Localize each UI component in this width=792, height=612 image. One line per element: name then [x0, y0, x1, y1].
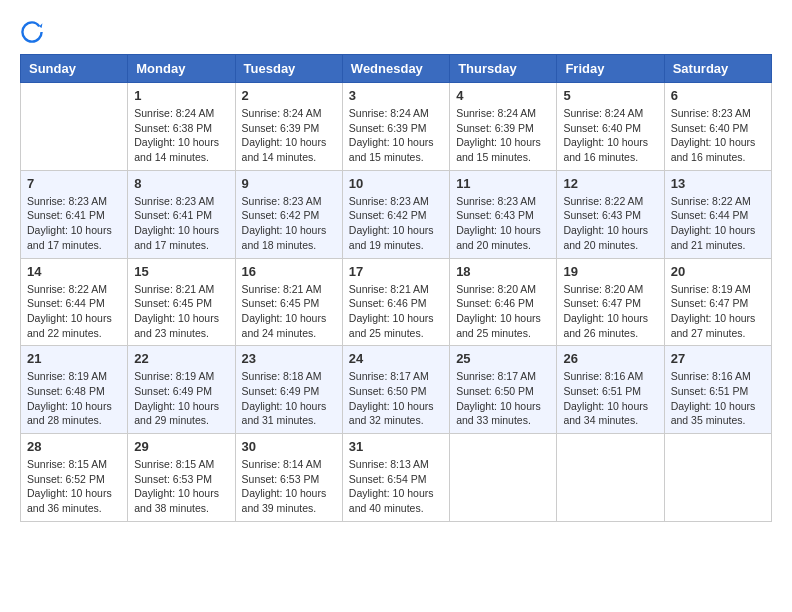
calendar-header-row: SundayMondayTuesdayWednesdayThursdayFrid…	[21, 55, 772, 83]
day-info: Sunrise: 8:23 AM Sunset: 6:40 PM Dayligh…	[671, 106, 765, 165]
day-number: 21	[27, 351, 121, 366]
calendar-week-row: 14Sunrise: 8:22 AM Sunset: 6:44 PM Dayli…	[21, 258, 772, 346]
day-info: Sunrise: 8:17 AM Sunset: 6:50 PM Dayligh…	[456, 369, 550, 428]
calendar-cell: 1Sunrise: 8:24 AM Sunset: 6:38 PM Daylig…	[128, 83, 235, 171]
day-number: 22	[134, 351, 228, 366]
day-info: Sunrise: 8:23 AM Sunset: 6:42 PM Dayligh…	[242, 194, 336, 253]
column-header-friday: Friday	[557, 55, 664, 83]
day-info: Sunrise: 8:23 AM Sunset: 6:41 PM Dayligh…	[134, 194, 228, 253]
day-number: 1	[134, 88, 228, 103]
calendar-cell: 31Sunrise: 8:13 AM Sunset: 6:54 PM Dayli…	[342, 434, 449, 522]
day-number: 29	[134, 439, 228, 454]
day-info: Sunrise: 8:18 AM Sunset: 6:49 PM Dayligh…	[242, 369, 336, 428]
day-info: Sunrise: 8:21 AM Sunset: 6:45 PM Dayligh…	[134, 282, 228, 341]
column-header-thursday: Thursday	[450, 55, 557, 83]
calendar-week-row: 7Sunrise: 8:23 AM Sunset: 6:41 PM Daylig…	[21, 170, 772, 258]
day-info: Sunrise: 8:22 AM Sunset: 6:44 PM Dayligh…	[27, 282, 121, 341]
day-number: 25	[456, 351, 550, 366]
day-number: 7	[27, 176, 121, 191]
day-number: 5	[563, 88, 657, 103]
column-header-sunday: Sunday	[21, 55, 128, 83]
day-info: Sunrise: 8:16 AM Sunset: 6:51 PM Dayligh…	[563, 369, 657, 428]
day-info: Sunrise: 8:17 AM Sunset: 6:50 PM Dayligh…	[349, 369, 443, 428]
day-info: Sunrise: 8:21 AM Sunset: 6:45 PM Dayligh…	[242, 282, 336, 341]
day-number: 23	[242, 351, 336, 366]
day-number: 4	[456, 88, 550, 103]
day-info: Sunrise: 8:15 AM Sunset: 6:53 PM Dayligh…	[134, 457, 228, 516]
day-info: Sunrise: 8:24 AM Sunset: 6:40 PM Dayligh…	[563, 106, 657, 165]
calendar-cell: 21Sunrise: 8:19 AM Sunset: 6:48 PM Dayli…	[21, 346, 128, 434]
day-info: Sunrise: 8:19 AM Sunset: 6:48 PM Dayligh…	[27, 369, 121, 428]
calendar-cell	[557, 434, 664, 522]
column-header-wednesday: Wednesday	[342, 55, 449, 83]
day-number: 28	[27, 439, 121, 454]
calendar-cell: 5Sunrise: 8:24 AM Sunset: 6:40 PM Daylig…	[557, 83, 664, 171]
calendar-cell: 28Sunrise: 8:15 AM Sunset: 6:52 PM Dayli…	[21, 434, 128, 522]
calendar-cell: 23Sunrise: 8:18 AM Sunset: 6:49 PM Dayli…	[235, 346, 342, 434]
day-number: 2	[242, 88, 336, 103]
day-number: 13	[671, 176, 765, 191]
calendar-cell: 18Sunrise: 8:20 AM Sunset: 6:46 PM Dayli…	[450, 258, 557, 346]
calendar-cell: 9Sunrise: 8:23 AM Sunset: 6:42 PM Daylig…	[235, 170, 342, 258]
day-number: 6	[671, 88, 765, 103]
calendar-cell: 27Sunrise: 8:16 AM Sunset: 6:51 PM Dayli…	[664, 346, 771, 434]
calendar-cell	[21, 83, 128, 171]
calendar-cell: 20Sunrise: 8:19 AM Sunset: 6:47 PM Dayli…	[664, 258, 771, 346]
calendar-cell: 25Sunrise: 8:17 AM Sunset: 6:50 PM Dayli…	[450, 346, 557, 434]
day-info: Sunrise: 8:20 AM Sunset: 6:46 PM Dayligh…	[456, 282, 550, 341]
day-number: 20	[671, 264, 765, 279]
calendar-cell: 2Sunrise: 8:24 AM Sunset: 6:39 PM Daylig…	[235, 83, 342, 171]
calendar-cell: 7Sunrise: 8:23 AM Sunset: 6:41 PM Daylig…	[21, 170, 128, 258]
day-number: 18	[456, 264, 550, 279]
day-number: 27	[671, 351, 765, 366]
calendar-cell: 12Sunrise: 8:22 AM Sunset: 6:43 PM Dayli…	[557, 170, 664, 258]
column-header-tuesday: Tuesday	[235, 55, 342, 83]
day-info: Sunrise: 8:24 AM Sunset: 6:39 PM Dayligh…	[242, 106, 336, 165]
day-info: Sunrise: 8:20 AM Sunset: 6:47 PM Dayligh…	[563, 282, 657, 341]
calendar-cell: 10Sunrise: 8:23 AM Sunset: 6:42 PM Dayli…	[342, 170, 449, 258]
calendar-cell: 29Sunrise: 8:15 AM Sunset: 6:53 PM Dayli…	[128, 434, 235, 522]
day-number: 15	[134, 264, 228, 279]
day-number: 12	[563, 176, 657, 191]
day-info: Sunrise: 8:16 AM Sunset: 6:51 PM Dayligh…	[671, 369, 765, 428]
column-header-saturday: Saturday	[664, 55, 771, 83]
logo	[20, 20, 48, 44]
calendar-cell: 14Sunrise: 8:22 AM Sunset: 6:44 PM Dayli…	[21, 258, 128, 346]
calendar-cell: 24Sunrise: 8:17 AM Sunset: 6:50 PM Dayli…	[342, 346, 449, 434]
day-info: Sunrise: 8:21 AM Sunset: 6:46 PM Dayligh…	[349, 282, 443, 341]
calendar-cell: 4Sunrise: 8:24 AM Sunset: 6:39 PM Daylig…	[450, 83, 557, 171]
calendar-cell: 15Sunrise: 8:21 AM Sunset: 6:45 PM Dayli…	[128, 258, 235, 346]
calendar-table: SundayMondayTuesdayWednesdayThursdayFrid…	[20, 54, 772, 522]
day-info: Sunrise: 8:19 AM Sunset: 6:49 PM Dayligh…	[134, 369, 228, 428]
day-number: 17	[349, 264, 443, 279]
calendar-week-row: 21Sunrise: 8:19 AM Sunset: 6:48 PM Dayli…	[21, 346, 772, 434]
calendar-cell	[450, 434, 557, 522]
day-info: Sunrise: 8:23 AM Sunset: 6:42 PM Dayligh…	[349, 194, 443, 253]
day-number: 31	[349, 439, 443, 454]
day-number: 26	[563, 351, 657, 366]
day-number: 24	[349, 351, 443, 366]
day-number: 30	[242, 439, 336, 454]
calendar-cell: 30Sunrise: 8:14 AM Sunset: 6:53 PM Dayli…	[235, 434, 342, 522]
calendar-week-row: 28Sunrise: 8:15 AM Sunset: 6:52 PM Dayli…	[21, 434, 772, 522]
calendar-cell: 3Sunrise: 8:24 AM Sunset: 6:39 PM Daylig…	[342, 83, 449, 171]
day-info: Sunrise: 8:22 AM Sunset: 6:44 PM Dayligh…	[671, 194, 765, 253]
calendar-cell: 19Sunrise: 8:20 AM Sunset: 6:47 PM Dayli…	[557, 258, 664, 346]
calendar-cell: 6Sunrise: 8:23 AM Sunset: 6:40 PM Daylig…	[664, 83, 771, 171]
day-info: Sunrise: 8:24 AM Sunset: 6:39 PM Dayligh…	[349, 106, 443, 165]
logo-icon	[20, 20, 44, 44]
calendar-cell: 22Sunrise: 8:19 AM Sunset: 6:49 PM Dayli…	[128, 346, 235, 434]
day-number: 14	[27, 264, 121, 279]
day-number: 11	[456, 176, 550, 191]
column-header-monday: Monday	[128, 55, 235, 83]
calendar-cell: 26Sunrise: 8:16 AM Sunset: 6:51 PM Dayli…	[557, 346, 664, 434]
day-info: Sunrise: 8:24 AM Sunset: 6:38 PM Dayligh…	[134, 106, 228, 165]
day-info: Sunrise: 8:23 AM Sunset: 6:41 PM Dayligh…	[27, 194, 121, 253]
day-info: Sunrise: 8:22 AM Sunset: 6:43 PM Dayligh…	[563, 194, 657, 253]
day-info: Sunrise: 8:13 AM Sunset: 6:54 PM Dayligh…	[349, 457, 443, 516]
day-info: Sunrise: 8:23 AM Sunset: 6:43 PM Dayligh…	[456, 194, 550, 253]
calendar-cell: 13Sunrise: 8:22 AM Sunset: 6:44 PM Dayli…	[664, 170, 771, 258]
calendar-cell: 11Sunrise: 8:23 AM Sunset: 6:43 PM Dayli…	[450, 170, 557, 258]
day-number: 8	[134, 176, 228, 191]
page-header	[20, 20, 772, 44]
